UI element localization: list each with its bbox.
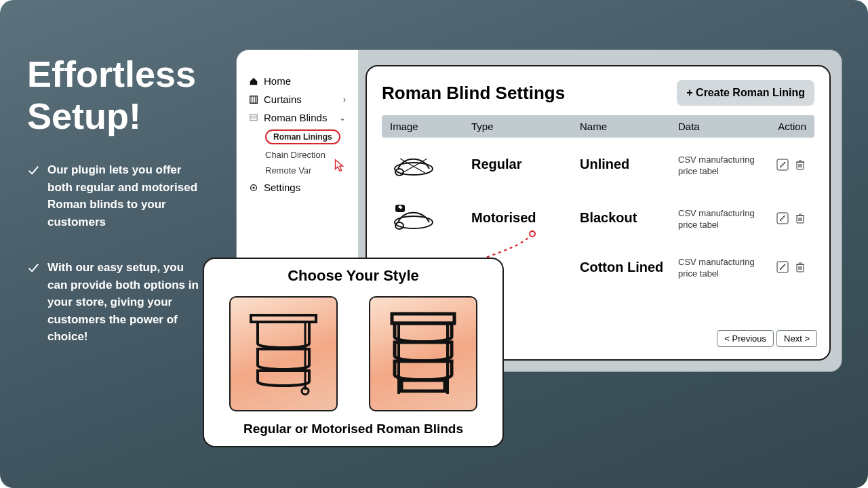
style-popup: Choose Your Style [203,258,504,447]
sidebar-item-roman-blinds[interactable]: Roman Blinds ⌄ [237,108,358,127]
check-icon [27,164,39,176]
sidebar-item-home[interactable]: Home [237,72,358,90]
svg-rect-13 [777,262,788,272]
row-thumb [390,148,471,180]
trash-icon[interactable] [794,261,806,273]
svg-rect-6 [777,159,788,170]
trash-icon[interactable] [794,159,806,171]
promo-stage: Effortless Setup! Our plugin lets you of… [0,0,868,488]
row-thumb [390,202,471,234]
chevron-right-icon: › [343,95,346,104]
sidebar-item-curtains[interactable]: Curtains › [237,90,358,108]
row-name: Blackout [580,210,637,225]
option-regular[interactable] [229,296,338,411]
svg-rect-11 [777,213,788,224]
col-data: Data [678,121,766,132]
motorised-blind-icon [382,310,464,398]
table-header: Image Type Name Data Action [382,115,814,138]
bullet-2: With our easy setup, you can provide bot… [27,259,203,346]
prev-button[interactable]: < Previous [717,330,774,347]
sidebar-sub-roman-linings[interactable]: Roman Linings [237,127,358,147]
curtains-icon [249,95,258,104]
headline: Effortless Setup! [27,53,196,137]
bullet-list: Our plugin lets you offer both regular a… [27,161,203,374]
row-data: CSV manufacturing price tabel [678,155,755,176]
table-row: Motorised Blackout CSV manufacturing pri… [382,191,814,245]
fabric-motor-icon [390,202,437,232]
col-action: Action [766,121,806,132]
option-motorised[interactable] [369,296,477,411]
popup-caption: Regular or Motorised Roman Blinds [243,422,463,436]
regular-blind-icon [243,310,324,398]
style-options [229,291,477,416]
bullet-1-text: Our plugin lets you offer both regular a… [47,161,203,230]
create-roman-lining-button[interactable]: + Create Roman Lining [677,80,814,106]
next-button[interactable]: Next > [776,330,817,347]
edit-icon[interactable] [776,159,789,171]
trash-icon[interactable] [794,212,806,224]
headline-line-1: Effortless [27,54,196,94]
bullet-1: Our plugin lets you offer both regular a… [27,161,203,230]
panel-title: Roman Blind Settings [382,83,565,104]
svg-rect-21 [401,380,445,391]
row-type: Regular [471,157,521,171]
row-name: Unlined [580,157,629,171]
sidebar-curtains-label: Curtains [264,94,302,105]
svg-rect-1 [250,114,258,120]
row-data: CSV manufacturing price tabel [678,208,755,230]
bullet-2-text: With our easy setup, you can provide bot… [47,259,203,346]
sidebar-item-settings[interactable]: Settings [237,178,358,197]
check-icon [27,262,39,274]
fabric-unlined-icon [390,148,437,178]
headline-line-2: Setup! [27,96,141,136]
pager: < Previous Next > [717,330,817,347]
gear-icon [249,183,258,192]
row-name: Cotton Lined [580,260,663,274]
col-type: Type [471,121,580,132]
sidebar-sub-remote-var[interactable]: Remote Var [237,163,358,178]
blinds-icon [249,113,258,123]
row-data: CSV manufacturing price tabel [678,257,755,279]
table-row: Regular Unlined CSV manufacturing price … [382,138,814,191]
sidebar-home-label: Home [264,75,291,87]
edit-icon[interactable] [776,261,789,273]
active-pill: Roman Linings [265,129,340,144]
chevron-down-icon: ⌄ [339,113,346,123]
row-type: Motorised [471,210,536,225]
sidebar-settings-label: Settings [264,182,300,193]
col-image: Image [390,121,471,132]
panel-header: Roman Blind Settings + Create Roman Lini… [382,80,814,106]
sidebar-sub-chain-direction[interactable]: Chain Direction [237,147,358,163]
popup-title: Choose Your Style [288,267,419,285]
sidebar-roman-blinds-label: Roman Blinds [264,112,327,123]
home-icon [249,77,258,86]
svg-point-19 [302,388,309,394]
svg-point-3 [252,186,254,188]
edit-icon[interactable] [776,212,789,224]
col-name: Name [580,121,678,132]
